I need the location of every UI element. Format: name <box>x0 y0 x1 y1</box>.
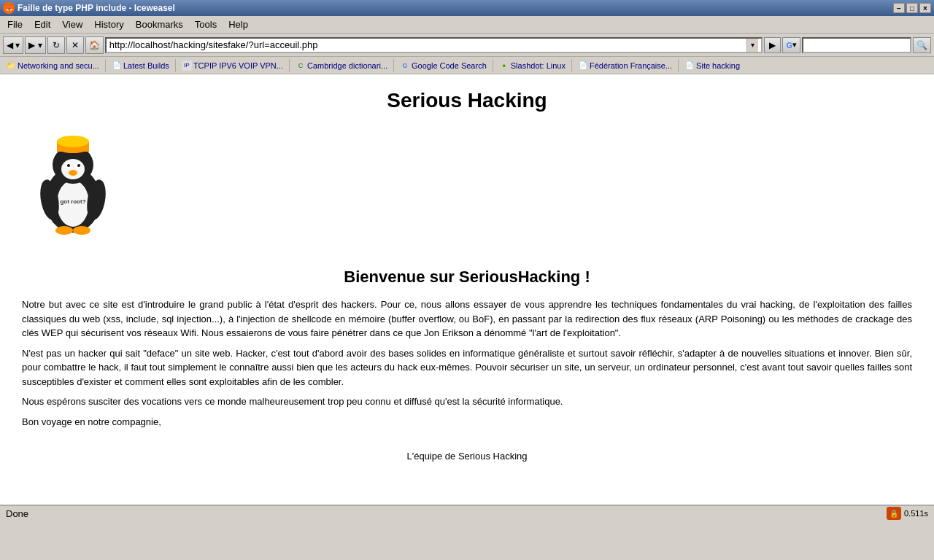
svg-point-3 <box>61 159 85 179</box>
close-button[interactable]: × <box>919 3 931 13</box>
body-paragraph-2: N'est pas un hacker qui sait "deface" un… <box>22 346 912 389</box>
bookmark-label: Networking and secu... <box>18 61 99 70</box>
main-text: Notre but avec ce site est d'introduire … <box>22 298 912 429</box>
timing-text: 0.511s <box>904 509 928 518</box>
svg-point-16 <box>57 136 89 147</box>
menu-bookmarks[interactable]: Bookmarks <box>130 18 189 31</box>
back-button[interactable]: ◀ ▾ <box>3 36 23 54</box>
bookmark-google-code[interactable]: G Google Code Search <box>397 60 490 71</box>
search-area: G ▾ 🔍 <box>782 37 931 53</box>
window-controls: − □ × <box>893 3 931 13</box>
separator <box>678 59 679 72</box>
bookmark-slashdot[interactable]: ● Slashdot: Linux <box>496 60 568 71</box>
penguin-image: got root? <box>36 134 109 236</box>
navbar: ◀ ▾ ▶ ▾ ↻ ✕ 🏠 ▾ ▶ G ▾ 🔍 <box>0 34 934 57</box>
bookmark-cambridge[interactable]: C Cambridge dictionari... <box>293 60 390 71</box>
menubar: File Edit View History Bookmarks Tools H… <box>0 16 934 34</box>
menu-tools[interactable]: Tools <box>189 18 223 31</box>
menu-help[interactable]: Help <box>223 18 254 31</box>
address-dropdown[interactable]: ▾ <box>746 39 758 52</box>
separator <box>105 59 106 72</box>
penguin-container: got root? <box>36 134 109 238</box>
content-wrapper: got root? Bienvenue sur SeriousHacking !… <box>15 127 919 462</box>
body-paragraph-4: Bon voyage en notre compagnie, <box>22 415 912 429</box>
titlebar: 🦊 Faille de type PHP include - Iceweasel… <box>0 0 934 16</box>
search-engine-button[interactable]: G ▾ <box>782 37 800 53</box>
go-button[interactable]: ▶ <box>764 37 781 53</box>
separator <box>493 59 493 72</box>
bookmark-label: TCPIP IPV6 VOIP VPN... <box>193 61 283 70</box>
bookmark-site-hacking[interactable]: 📄 Site hacking <box>682 60 743 71</box>
search-engine-label: ▾ <box>792 40 797 50</box>
bookmark-label: Site hacking <box>696 61 740 70</box>
status-text: Done <box>6 508 28 519</box>
svg-point-12 <box>73 226 90 235</box>
bookmark-label: Slashdot: Linux <box>511 61 566 70</box>
menu-view[interactable]: View <box>56 18 88 31</box>
stop-button[interactable]: ✕ <box>66 36 84 54</box>
bookmark-label: Cambridge dictionari... <box>307 61 387 70</box>
bookmark-latest-builds[interactable]: 📄 Latest Builds <box>109 60 172 71</box>
separator <box>393 59 394 72</box>
status-right: 🔒 0.511s <box>887 507 928 520</box>
window-title: Faille de type PHP include - Iceweasel <box>18 3 175 13</box>
body-paragraph-3: Nous espérons susciter des vocations ver… <box>22 394 912 409</box>
statusbar: Done 🔒 0.511s <box>0 505 934 521</box>
bookmark-tcpip[interactable]: IP TCPIP IPV6 VOIP VPN... <box>179 60 286 71</box>
page-icon: 📄 <box>112 61 122 71</box>
app-icon: 🦊 <box>3 2 15 14</box>
search-engine-icon: G <box>786 41 792 50</box>
page-icon: G <box>400 61 410 71</box>
svg-point-6 <box>67 164 70 167</box>
svg-point-8 <box>69 170 77 176</box>
body-paragraph-1: Notre but avec ce site est d'introduire … <box>22 298 912 341</box>
maximize-button[interactable]: □ <box>906 3 918 13</box>
menu-edit[interactable]: Edit <box>28 18 56 31</box>
svg-point-11 <box>55 226 73 235</box>
welcome-heading: Bienvenue sur SeriousHacking ! <box>15 253 919 298</box>
search-go-button[interactable]: 🔍 <box>913 37 931 53</box>
svg-point-7 <box>77 164 80 167</box>
bookmark-federation[interactable]: 📄 Fédération Française... <box>575 60 675 71</box>
menu-file[interactable]: File <box>1 18 28 31</box>
separator <box>175 59 176 72</box>
search-input[interactable] <box>802 37 911 53</box>
page-icon: IP <box>182 61 192 71</box>
home-button[interactable]: 🏠 <box>85 36 104 54</box>
svg-text:got root?: got root? <box>60 198 85 205</box>
menu-history[interactable]: History <box>88 18 129 31</box>
bookmark-networking[interactable]: 📁 Networking and secu... <box>3 60 102 71</box>
bookmark-label: Google Code Search <box>412 61 487 70</box>
page-icon: 📄 <box>578 61 588 71</box>
security-icon: 🔒 <box>887 507 901 520</box>
forward-button[interactable]: ▶ ▾ <box>25 36 45 54</box>
page-icon: 📄 <box>684 61 695 71</box>
folder-icon: 📁 <box>6 61 16 71</box>
minimize-button[interactable]: − <box>893 3 905 13</box>
address-input[interactable] <box>109 39 747 50</box>
page-icon: C <box>296 61 306 71</box>
bookmark-label: Latest Builds <box>123 61 169 70</box>
content-area: Serious Hacking <box>0 74 934 505</box>
signature: L'équipe de Serious Hacking <box>15 451 919 462</box>
separator <box>289 59 290 72</box>
bookmark-label: Fédération Française... <box>590 61 672 70</box>
address-bar: ▾ <box>105 37 763 53</box>
page-icon: ● <box>499 61 509 71</box>
reload-button[interactable]: ↻ <box>47 36 65 54</box>
page-main-title: Serious Hacking <box>15 89 919 112</box>
bookmarks-bar: 📁 Networking and secu... 📄 Latest Builds… <box>0 57 934 74</box>
separator <box>571 59 572 72</box>
